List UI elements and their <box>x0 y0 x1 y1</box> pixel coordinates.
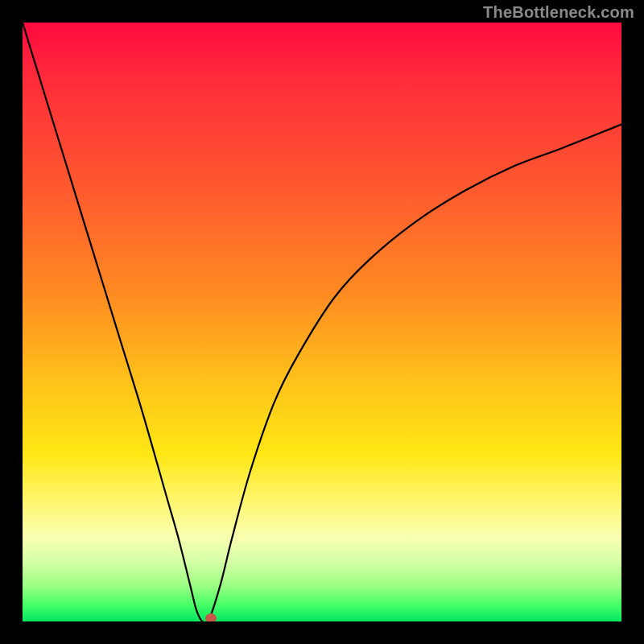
bottleneck-curve <box>23 23 621 621</box>
watermark-label: TheBottleneck.com <box>483 3 634 22</box>
plot-area <box>23 23 621 621</box>
chart-frame: TheBottleneck.com <box>0 0 644 644</box>
optimum-marker <box>205 613 217 621</box>
